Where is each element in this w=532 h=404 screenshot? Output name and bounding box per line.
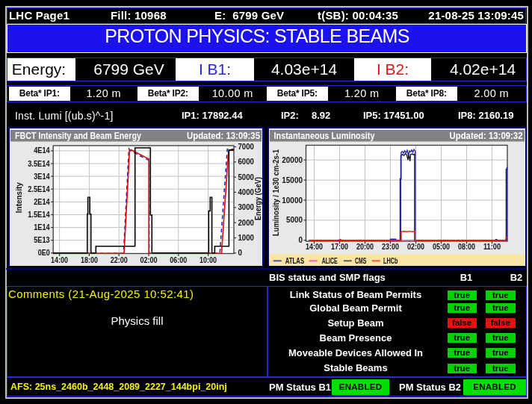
svg-text:20000: 20000 [282,156,303,164]
svg-text:CMS: CMS [355,257,366,265]
svg-text:3E14: 3E14 [34,173,50,181]
svg-text:Updated: 13:09:35: Updated: 13:09:35 [187,131,260,141]
svg-text:08:00: 08:00 [458,242,475,251]
svg-text:Energy (GeV): Energy (GeV) [253,177,262,220]
svg-text:05:00: 05:00 [433,242,450,251]
svg-text:5000: 5000 [286,216,303,224]
svg-text:ALICE: ALICE [321,257,337,265]
svg-text:06:00: 06:00 [170,255,187,264]
svg-text:LHCb: LHCb [383,257,398,265]
svg-text:1000: 1000 [238,234,255,242]
svg-text:7000: 7000 [238,143,255,151]
svg-text:1E14: 1E14 [34,223,50,231]
svg-text:20:00: 20:00 [356,242,374,251]
svg-text:6000: 6000 [238,158,255,166]
svg-text:Intensity: Intensity [15,182,24,213]
svg-text:0: 0 [238,249,243,257]
svg-text:4E14: 4E14 [34,146,50,155]
svg-text:2.5E14: 2.5E14 [28,185,50,193]
svg-text:10000: 10000 [282,196,303,205]
svg-text:23:00: 23:00 [382,242,399,251]
svg-text:18:00: 18:00 [81,255,98,264]
svg-text:17:00: 17:00 [331,242,348,251]
svg-text:Luminosity / 1e30 cm-2s-1: Luminosity / 1e30 cm-2s-1 [271,149,280,236]
svg-text:Instantaneous Luminosity: Instantaneous Luminosity [273,131,374,141]
svg-text:11:00: 11:00 [483,242,501,251]
svg-text:02:00: 02:00 [140,255,158,264]
svg-text:3.5E14: 3.5E14 [28,160,50,168]
svg-text:02:00: 02:00 [407,242,424,251]
svg-text:10:00: 10:00 [200,255,217,264]
svg-text:14:00: 14:00 [51,255,68,264]
svg-text:0: 0 [298,236,303,244]
svg-text:2E14: 2E14 [34,198,50,206]
svg-text:4000: 4000 [238,188,255,196]
svg-text:ATLAS: ATLAS [285,257,304,265]
svg-text:14:00: 14:00 [306,242,323,251]
svg-text:1.5E14: 1.5E14 [28,211,50,219]
svg-text:3000: 3000 [238,203,255,211]
svg-text:FBCT Intensity and Beam Energy: FBCT Intensity and Beam Energy [15,131,141,141]
svg-text:2000: 2000 [238,219,255,227]
svg-text:5000: 5000 [238,173,255,181]
svg-text:0E0: 0E0 [38,249,50,257]
svg-text:5E13: 5E13 [34,236,50,244]
svg-text:22:00: 22:00 [111,255,128,264]
svg-text:15000: 15000 [282,176,303,184]
svg-text:Updated: 13:09:32: Updated: 13:09:32 [449,131,522,141]
